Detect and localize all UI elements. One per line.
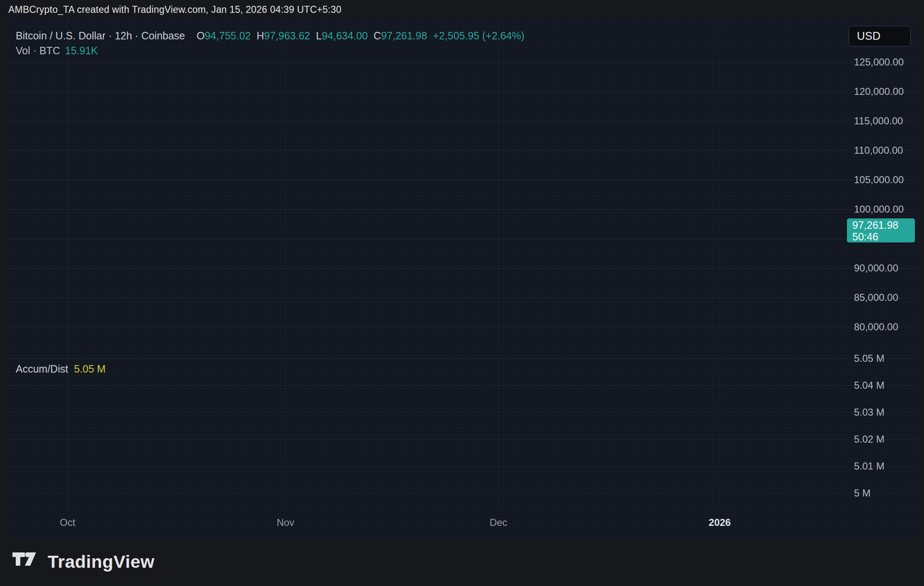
time-axis-label[interactable]: Dec — [490, 517, 508, 528]
volume-value: 15.91K — [65, 45, 98, 56]
indicator-axis-label[interactable]: 5.02 M — [854, 433, 884, 445]
symbol-title[interactable]: Bitcoin / U.S. Dollar · 12h · Coinbase — [16, 30, 185, 41]
time-axis-label[interactable]: Oct — [60, 517, 75, 528]
ohlc-open-label: O — [197, 30, 205, 41]
tradingview-chart-window: AMBCrypto_TA created with TradingView.co… — [0, 0, 924, 586]
ohlc-close-label: C — [374, 30, 381, 41]
indicator-label[interactable]: Accum/Dist — [16, 363, 68, 375]
indicator-legend[interactable]: Accum/Dist5.05 M — [16, 363, 106, 375]
bar-countdown: 50:46 — [852, 231, 915, 242]
indicator-value: 5.05 M — [74, 363, 105, 375]
price-axis-label[interactable]: 85,000.00 — [854, 292, 898, 303]
last-price-tag[interactable]: 97,261.98 50:46 — [847, 218, 915, 242]
indicator-axis-label[interactable]: 5.01 M — [854, 460, 884, 472]
symbol-legend[interactable]: Bitcoin / U.S. Dollar · 12h · CoinbaseO9… — [16, 30, 525, 42]
price-axis-label[interactable]: 120,000.00 — [854, 86, 904, 97]
chart-canvas[interactable] — [0, 0, 924, 586]
ohlc-open-value: 94,755.02 — [205, 30, 251, 41]
price-axis-label[interactable]: 125,000.00 — [854, 56, 904, 68]
indicator-axis-label[interactable]: 5.05 M — [854, 353, 884, 364]
tradingview-logo-icon — [12, 551, 41, 572]
tradingview-logo-text: TradingView — [48, 552, 155, 572]
tradingview-logo[interactable]: TradingView — [12, 551, 155, 572]
ohlc-low-label: L — [316, 30, 322, 41]
indicator-axis-label[interactable]: 5 M — [854, 487, 871, 499]
time-axis-label[interactable]: Nov — [277, 517, 295, 528]
ohlc-close-value: 97,261.98 — [381, 30, 427, 41]
price-axis-label[interactable]: 90,000.00 — [854, 262, 898, 274]
indicator-axis-label[interactable]: 5.04 M — [854, 380, 884, 391]
price-axis-label[interactable]: 80,000.00 — [854, 321, 898, 333]
ohlc-high-label: H — [256, 30, 264, 41]
currency-toggle-button[interactable]: USD — [849, 26, 911, 46]
last-price-value: 97,261.98 — [852, 219, 915, 231]
price-axis-label[interactable]: 105,000.00 — [854, 174, 904, 186]
price-axis-label[interactable]: 110,000.00 — [854, 145, 903, 156]
grid-layer — [7, 19, 918, 511]
volume-label: Vol · BTC — [16, 45, 60, 56]
change-value: +2,505.95 (+2.64%) — [433, 30, 525, 41]
ohlc-high-value: 97,963.62 — [264, 30, 310, 41]
ohlc-low-value: 94,634.00 — [322, 30, 368, 41]
volume-legend[interactable]: Vol · BTC15.91K — [16, 45, 98, 57]
time-axis-label[interactable]: 2026 — [709, 517, 730, 528]
price-axis-label[interactable]: 115,000.00 — [854, 115, 903, 127]
indicator-axis-label[interactable]: 5.03 M — [854, 407, 884, 418]
price-axis-label[interactable]: 100,000.00 — [854, 203, 904, 215]
